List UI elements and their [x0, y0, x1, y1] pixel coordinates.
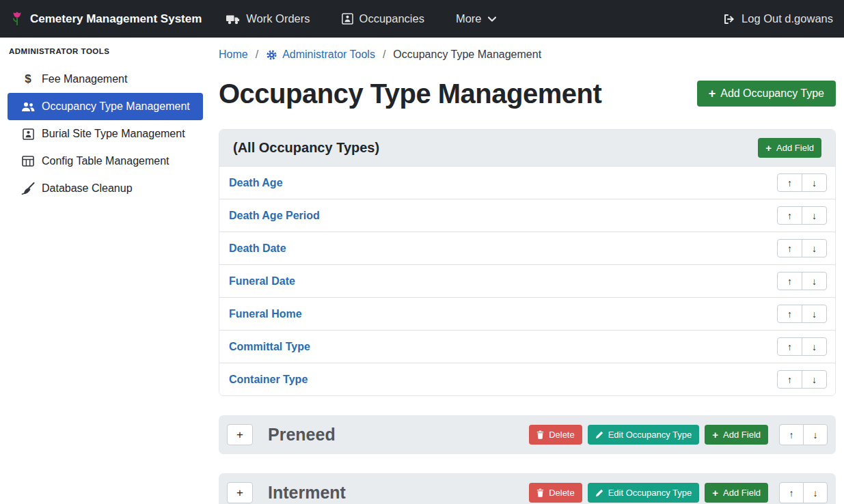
add-occupancy-type-button[interactable]: + Add Occupancy Type	[697, 81, 836, 107]
sidebar-item-label: Burial Site Type Management	[42, 128, 185, 140]
broom-icon	[20, 182, 36, 195]
edit-occupancy-type-button[interactable]: Edit Occupancy Type	[588, 483, 700, 503]
arrow-up-icon: ↑	[787, 309, 792, 320]
arrow-down-icon: ↓	[812, 341, 817, 352]
sidebar-item-database-cleanup[interactable]: Database Cleanup	[8, 175, 203, 202]
move-up-button[interactable]: ↑	[777, 206, 802, 225]
field-link-funeral-date[interactable]: Funeral Date	[229, 275, 295, 288]
move-down-button[interactable]: ↓	[802, 239, 827, 257]
field-link-death-age-period[interactable]: Death Age Period	[229, 210, 320, 222]
move-up-button[interactable]: ↑	[777, 337, 802, 356]
trash-icon	[536, 488, 544, 497]
edit-occupancy-type-label: Edit Occupancy Type	[608, 488, 692, 498]
move-down-button[interactable]: ↓	[802, 206, 827, 225]
plus-icon: +	[712, 488, 718, 498]
field-link-container-type[interactable]: Container Type	[229, 374, 308, 386]
move-up-button[interactable]: ↑	[779, 424, 804, 445]
delete-button[interactable]: Delete	[529, 483, 582, 503]
pencil-icon	[595, 431, 603, 439]
reorder-buttons: ↑ ↓	[777, 239, 827, 257]
arrow-up-icon: ↑	[787, 341, 792, 352]
arrow-down-icon: ↓	[812, 276, 817, 287]
nav-more[interactable]: More	[456, 12, 496, 25]
field-link-committal-type[interactable]: Committal Type	[229, 341, 310, 353]
arrow-down-icon: ↓	[813, 430, 818, 440]
add-field-button[interactable]: + Add Field	[705, 425, 768, 445]
reorder-buttons: ↑ ↓	[779, 424, 828, 445]
arrow-up-icon: ↑	[787, 178, 792, 188]
move-up-button[interactable]: ↑	[777, 370, 802, 389]
sidebar-item-label: Fee Management	[42, 73, 127, 85]
field-row: Death Date ↑ ↓	[219, 232, 835, 264]
field-row: Death Age ↑ ↓	[219, 166, 835, 199]
move-up-button[interactable]: ↑	[777, 272, 802, 290]
field-link-funeral-home[interactable]: Funeral Home	[229, 308, 302, 320]
reorder-buttons: ↑ ↓	[777, 272, 827, 290]
brand-link[interactable]: Cemetery Management System	[11, 10, 202, 28]
occupancies-icon	[342, 13, 353, 25]
field-row: Funeral Date ↑ ↓	[219, 264, 835, 297]
section-title: Preneed	[268, 425, 336, 445]
add-occupancy-type-label: Add Occupancy Type	[720, 87, 824, 100]
add-field-button[interactable]: + Add Field	[758, 138, 821, 158]
move-down-button[interactable]: ↓	[802, 305, 827, 323]
users-icon	[20, 102, 36, 112]
reorder-buttons: ↑ ↓	[777, 305, 827, 323]
logout-button[interactable]: Log Out d.gowans	[723, 12, 833, 25]
breadcrumb: Home / Administrator Tools / Occupancy T…	[219, 48, 836, 61]
sidebar: Administrator Tools $ Fee Management Occ…	[0, 38, 210, 504]
nav-more-label: More	[456, 12, 482, 25]
sidebar-item-label: Config Table Management	[42, 155, 169, 167]
dollar-icon: $	[20, 72, 36, 86]
move-down-button[interactable]: ↓	[802, 272, 827, 290]
field-link-death-date[interactable]: Death Date	[229, 242, 286, 255]
reorder-buttons: ↑ ↓	[777, 173, 827, 192]
expand-button[interactable]: +	[227, 424, 253, 445]
nav-occupancies[interactable]: Occupancies	[342, 12, 424, 25]
arrow-down-icon: ↓	[812, 374, 817, 385]
plus-icon: +	[236, 428, 243, 442]
field-link-death-age[interactable]: Death Age	[229, 177, 283, 189]
sidebar-item-burial-site-type-management[interactable]: Burial Site Type Management	[8, 120, 203, 148]
nav-work-orders[interactable]: Work Orders	[226, 12, 310, 25]
move-down-button[interactable]: ↓	[802, 370, 827, 389]
breadcrumb-admin-tools-link[interactable]: Administrator Tools	[266, 48, 375, 61]
delete-label: Delete	[549, 430, 575, 440]
move-down-button[interactable]: ↓	[802, 337, 827, 356]
trash-icon	[536, 430, 544, 439]
add-field-button[interactable]: + Add Field	[705, 483, 768, 503]
move-down-button[interactable]: ↓	[803, 482, 828, 503]
logout-icon	[723, 14, 735, 25]
sidebar-item-label: Database Cleanup	[42, 182, 133, 195]
edit-occupancy-type-label: Edit Occupancy Type	[608, 430, 692, 440]
occupancy-type-section-interment: + Interment Delete	[219, 473, 836, 504]
move-down-button[interactable]: ↓	[802, 173, 827, 192]
edit-occupancy-type-button[interactable]: Edit Occupancy Type	[588, 425, 700, 445]
sidebar-item-label: Occupancy Type Management	[42, 100, 190, 113]
sidebar-item-config-table-management[interactable]: Config Table Management	[8, 148, 203, 175]
expand-button[interactable]: +	[227, 482, 253, 503]
move-up-button[interactable]: ↑	[777, 239, 802, 257]
reorder-buttons: ↑ ↓	[777, 206, 827, 225]
page-title: Occupancy Type Management	[219, 77, 601, 110]
sidebar-section-header: Administrator Tools	[0, 47, 210, 55]
arrow-up-icon: ↑	[789, 430, 794, 440]
reorder-buttons: ↑ ↓	[777, 337, 827, 356]
breadcrumb-home-link[interactable]: Home	[219, 48, 248, 61]
nav-work-orders-label: Work Orders	[246, 12, 310, 25]
arrow-up-icon: ↑	[787, 374, 792, 385]
move-up-button[interactable]: ↑	[777, 305, 802, 323]
sidebar-item-occupancy-type-management[interactable]: Occupancy Type Management	[8, 93, 203, 120]
move-down-button[interactable]: ↓	[803, 424, 828, 445]
pencil-icon	[595, 489, 603, 497]
top-navbar: Cemetery Management System Work Orders	[0, 0, 844, 38]
delete-button[interactable]: Delete	[529, 425, 582, 445]
add-field-label: Add Field	[776, 143, 814, 153]
tulip-logo-icon	[11, 10, 23, 28]
move-up-button[interactable]: ↑	[779, 482, 804, 503]
arrow-up-icon: ↑	[789, 488, 794, 499]
move-up-button[interactable]: ↑	[777, 173, 802, 192]
truck-icon	[226, 14, 240, 25]
plus-icon: +	[709, 87, 716, 100]
sidebar-item-fee-management[interactable]: $ Fee Management	[8, 66, 203, 93]
